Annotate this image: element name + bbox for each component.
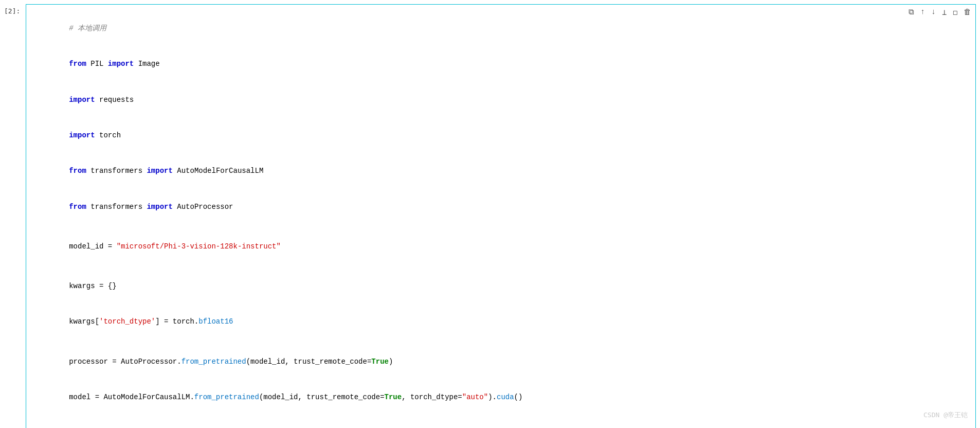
blank-line [34, 340, 967, 344]
code-line: kwargs = {} [34, 269, 967, 304]
code-line: from transformers import AutoModelForCau… [34, 153, 967, 189]
trash-icon[interactable]: 🗑 [964, 8, 971, 17]
code-line: import torch [34, 118, 967, 153]
code-line: import requests [34, 82, 967, 118]
insert-icon[interactable]: ⊥ [942, 8, 947, 17]
cell-border: ⧉ ↑ ↓ ⊥ ◻ 🗑 # 本地调用 from PIL import Image… [26, 4, 976, 428]
down-icon[interactable]: ↓ [931, 8, 936, 17]
watermark: CSDN @帝王铠 [923, 411, 968, 420]
blank-line [34, 225, 967, 229]
code-line: model_id = "microsoft/Phi-3-vision-128k-… [34, 229, 967, 264]
code-line: user_prompt = '<|user|>\n' [34, 419, 967, 428]
code-line: kwargs['torch_dtype'] = torch.bfloat16 [34, 304, 967, 340]
code-line: from PIL import Image [34, 46, 967, 82]
code-area: # 本地调用 from PIL import Image import requ… [26, 5, 975, 428]
blank-line [34, 415, 967, 419]
code-line: from transformers import AutoProcessor [34, 189, 967, 224]
blank-line [34, 264, 967, 269]
notebook-cell: [2]: ⧉ ↑ ↓ ⊥ ◻ 🗑 # 本地调用 from PIL import … [26, 4, 976, 428]
copy-icon[interactable]: ⧉ [909, 8, 914, 17]
up-icon[interactable]: ↑ [920, 8, 925, 17]
code-line: model = AutoModelForCausalLM.from_pretra… [34, 380, 967, 415]
cell-label: [2]: [4, 7, 20, 15]
code-line-comment: # 本地调用 [34, 11, 967, 46]
code-line: processor = AutoProcessor.from_pretraine… [34, 344, 967, 380]
split-icon[interactable]: ◻ [953, 8, 957, 17]
cell-toolbar: ⧉ ↑ ↓ ⊥ ◻ 🗑 [909, 8, 971, 17]
